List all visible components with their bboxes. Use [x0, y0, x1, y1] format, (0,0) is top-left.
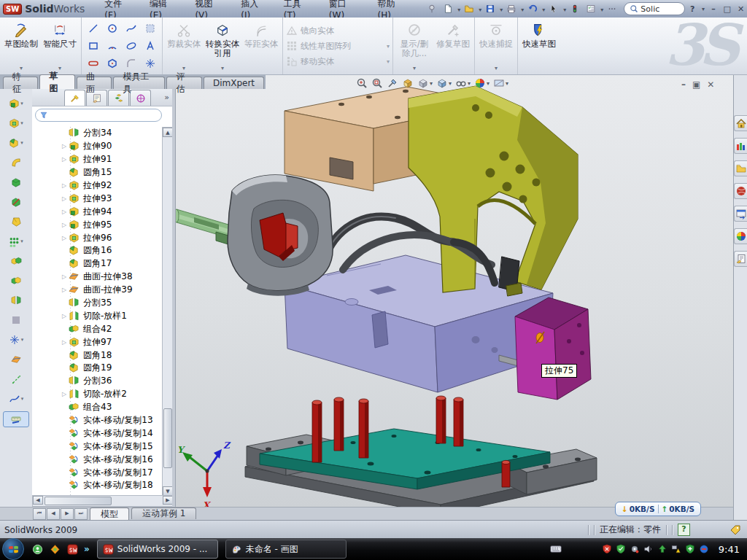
tree-item[interactable]: 组合43	[32, 401, 162, 414]
appearances-tab[interactable]	[734, 228, 747, 244]
tree-item[interactable]: ▷切除-放样1	[32, 309, 162, 322]
taskbar-window-1[interactable]: 未命名 - 画图	[225, 540, 347, 559]
panel-splitter[interactable]	[172, 89, 175, 507]
expand-arrow-icon[interactable]: ▷	[60, 209, 69, 215]
assembly-extrude75-block[interactable]	[515, 298, 591, 400]
first-tab-button[interactable]: ⏮	[33, 508, 46, 520]
expand-arrow-icon[interactable]: ▷	[60, 391, 69, 397]
extrude-cut-button[interactable]: ▾	[4, 116, 28, 131]
help-button[interactable]: ?	[686, 4, 699, 15]
tree-item[interactable]: ▷曲面-拉伸39	[32, 284, 162, 297]
move-copy-button[interactable]	[4, 313, 28, 327]
scroll-left-arrow[interactable]: ◀	[33, 496, 43, 505]
doc-restore-button[interactable]: ▣	[692, 79, 700, 90]
solidworks-resources-tab[interactable]	[734, 183, 747, 199]
taskbar-clock[interactable]: 9:41	[719, 544, 740, 555]
hide-show-items-button[interactable]: ▾	[455, 77, 471, 89]
surface-button[interactable]	[4, 352, 28, 367]
more-icon[interactable]	[605, 2, 619, 15]
tree-horizontal-scrollbar[interactable]: ◀ ▶	[32, 495, 174, 507]
panel-overflow-chevron[interactable]: »	[164, 93, 169, 102]
slot-icon[interactable]	[84, 55, 103, 72]
tree-item[interactable]: 实体-移动/复制17	[32, 466, 162, 479]
line-icon[interactable]	[84, 20, 103, 37]
home-tab[interactable]	[734, 115, 747, 131]
boss-button[interactable]	[4, 175, 28, 190]
expand-arrow-icon[interactable]: ▷	[60, 235, 69, 241]
quick-launch-chevron[interactable]: »	[84, 544, 90, 554]
tree-item[interactable]: ▷拉伸96	[32, 231, 162, 244]
toolbar-button-草图绘制[interactable]: 草图绘制▾	[2, 19, 40, 73]
assembly-clamp-unit[interactable]	[175, 175, 333, 296]
dropdown-caret-icon[interactable]: ▾	[20, 120, 23, 126]
scroll-right-arrow[interactable]: ▶	[163, 496, 173, 505]
model-tab-1[interactable]: 运动算例 1	[131, 508, 196, 519]
open-dropdown[interactable]	[478, 4, 481, 14]
keyboard-layout-icon[interactable]	[550, 543, 562, 555]
section-view-button[interactable]	[402, 77, 414, 89]
tree-item[interactable]: ▷拉伸94	[32, 205, 162, 218]
print-icon[interactable]	[504, 2, 519, 15]
volume-icon[interactable]	[643, 543, 654, 555]
tree-item[interactable]: 圆角17	[32, 257, 162, 271]
extrude-boss-button[interactable]: ▾	[4, 96, 28, 111]
dropdown-caret-icon[interactable]: ▾	[20, 140, 23, 146]
tree-item[interactable]: ▷拉伸93	[32, 192, 162, 205]
split-button[interactable]	[4, 293, 28, 308]
close-button[interactable]: ✕	[735, 4, 747, 15]
tree-item[interactable]: ▷拉伸97	[32, 335, 162, 349]
quick-tips-icon[interactable]	[678, 524, 690, 536]
tab-DimXpert[interactable]: DimXpert	[204, 77, 264, 89]
dropdown-caret-icon[interactable]: ▾	[221, 65, 224, 71]
start-button[interactable]	[2, 538, 24, 560]
combine-button[interactable]	[4, 273, 28, 288]
tree-item[interactable]: 组合42	[32, 322, 162, 335]
tag-icon[interactable]	[729, 524, 741, 536]
tree-item[interactable]: 圆角19	[32, 362, 162, 375]
dropdown-caret-icon[interactable]: ▾	[430, 80, 433, 87]
tab-曲面[interactable]: 曲面	[77, 77, 112, 89]
tab-feature-manager[interactable]	[64, 90, 85, 106]
tree-item[interactable]: ▷拉伸95	[32, 218, 162, 231]
tree-item[interactable]: 实体-移动/复制18	[32, 479, 162, 492]
arc-icon[interactable]	[103, 37, 122, 55]
rebuild-light-icon[interactable]	[568, 2, 582, 15]
search-input[interactable]	[639, 4, 674, 15]
expand-arrow-icon[interactable]: ▷	[60, 143, 69, 149]
minimize-button[interactable]: –	[707, 4, 719, 15]
zoom-area-button[interactable]	[371, 77, 383, 89]
undo-dropdown[interactable]	[541, 4, 545, 14]
dropdown-caret-icon[interactable]: ▾	[21, 337, 24, 343]
graphics-area[interactable]: Y Z X ▾▾▾▾▾ – ▣ ✕ 拉伸75	[175, 75, 733, 507]
health-shield-icon[interactable]	[684, 543, 696, 555]
tab-草图[interactable]: 草图	[39, 74, 74, 89]
dropdown-caret-icon[interactable]: ▾	[506, 80, 508, 87]
point-button[interactable]: ▾	[4, 332, 28, 347]
polygon-icon[interactable]	[103, 55, 122, 72]
select-dropdown[interactable]	[562, 4, 566, 14]
scrollbar-thumb[interactable]	[163, 408, 172, 468]
new-document-icon[interactable]	[441, 2, 455, 15]
point-icon[interactable]	[141, 55, 160, 72]
file-explorer-tab[interactable]	[734, 160, 747, 176]
save-icon[interactable]	[483, 2, 498, 15]
design-library-tab[interactable]	[734, 138, 747, 154]
sketch-text-icon[interactable]	[141, 37, 160, 55]
tree-item[interactable]: ▷拉伸90	[32, 140, 162, 153]
circle-icon[interactable]	[103, 20, 122, 37]
axis-button[interactable]	[4, 372, 28, 386]
expand-arrow-icon[interactable]: ▷	[60, 222, 69, 228]
chamfer-button[interactable]	[4, 214, 28, 229]
tree-item[interactable]: ▷拉伸91	[32, 153, 162, 166]
zoom-fit-button[interactable]	[356, 77, 368, 89]
tree-item[interactable]: 圆角15	[32, 166, 162, 179]
pin-icon[interactable]	[425, 2, 439, 15]
view-palette-tab[interactable]	[734, 206, 747, 222]
sync-badge-icon[interactable]	[698, 543, 710, 555]
scene-button[interactable]: ▾	[493, 77, 508, 89]
solidworks-icon[interactable]	[66, 543, 78, 555]
tree-item[interactable]: 实体-移动/复制15	[32, 440, 162, 453]
open-icon[interactable]	[462, 2, 476, 15]
measure-button[interactable]	[3, 411, 29, 427]
loft-button[interactable]	[4, 155, 28, 170]
